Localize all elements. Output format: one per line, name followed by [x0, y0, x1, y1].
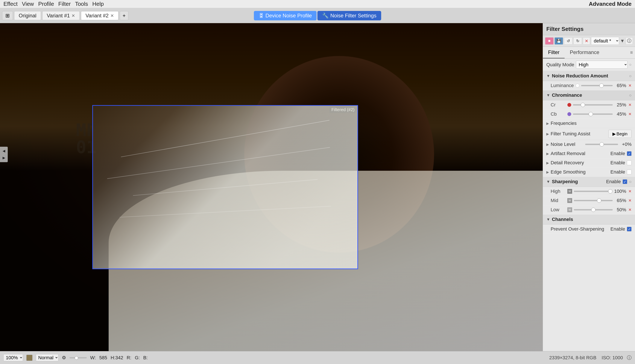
quality-circle-icon: ○ [629, 62, 631, 67]
artifact-removal-row: ▶ Artifact Removal Enable ✓ [543, 149, 635, 158]
artifact-removal-checkbox[interactable]: ✓ [627, 151, 631, 156]
prevent-oversharp-checkbox[interactable]: ✓ [627, 227, 631, 232]
menu-profile[interactable]: Profile [38, 1, 54, 7]
status-info-icon[interactable]: ⓘ [627, 355, 631, 360]
device-noise-profile-button[interactable]: 🎛 Device Noise Profile [254, 11, 317, 20]
zoom-select[interactable]: 100% [4, 354, 23, 361]
left-tool-collapse[interactable]: ▶ [1, 155, 7, 161]
close-panel-button[interactable]: ✕ [583, 37, 590, 44]
status-info: 2339×3274, 8-bit RGB ISO: 1000 ⓘ [549, 354, 631, 361]
panel-title: Filter Settings [546, 26, 583, 32]
sharpen-mid-slider[interactable] [574, 200, 613, 201]
edge-enable-label: Enable [610, 169, 625, 175]
detail-recovery-row: ▶ Detail Recovery Enable ✓ [543, 158, 635, 168]
tab-original[interactable]: Original [14, 11, 41, 20]
left-tool-expand[interactable]: ◀ [1, 148, 7, 154]
luminance-slider[interactable] [581, 85, 613, 86]
sharpen-low-label: Low [551, 207, 566, 212]
color-swatch [27, 355, 33, 361]
chrominance-section[interactable]: ▼ Chrominance ○ [543, 90, 635, 100]
sharpen-mid-row: Mid W 65% ✕ [543, 196, 635, 205]
sharpen-high-slider[interactable] [574, 191, 612, 192]
color-preset-button[interactable]: ■ [545, 37, 554, 44]
chrominance-title: Chrominance [552, 92, 629, 98]
undo-button[interactable]: ↺ [564, 37, 572, 44]
close-variant2-icon[interactable]: ✕ [110, 13, 114, 18]
g-label: G: [135, 355, 140, 360]
begin-label: Begin [616, 132, 627, 136]
frequencies-section[interactable]: ▶ Frequencies [543, 119, 635, 128]
menubar: Effect View Profile Filter Tools Help Ad… [0, 0, 635, 8]
cb-slider-thumb[interactable] [589, 112, 593, 116]
luminance-link-icon[interactable]: ✕ [628, 83, 631, 88]
filter-settings-panel: Filter Settings ■ 💾 ↺ ↻ ✕ default * ▼ ⓘ … [543, 23, 635, 351]
cr-slider[interactable] [573, 104, 613, 106]
cr-slider-thumb[interactable] [581, 103, 585, 107]
channels-section[interactable]: ▼ Channels [543, 214, 635, 224]
tab-variant2[interactable]: Variant #2 ✕ [81, 11, 119, 20]
sharpen-low-value: 50% [614, 207, 626, 212]
menu-filter[interactable]: Filter [58, 1, 71, 7]
noise-level-thumb[interactable] [599, 142, 604, 146]
noise-level-section[interactable]: ▶ Noise Level +0% [543, 140, 635, 149]
blend-mode-select[interactable]: Normal [36, 354, 58, 361]
cb-label: Cb [551, 111, 566, 117]
luminance-color-icon [575, 84, 579, 88]
sharpening-title: Sharpening [552, 179, 606, 184]
sharpen-high-thumb[interactable] [608, 189, 612, 194]
quality-mode-select[interactable]: High [576, 61, 628, 69]
edge-smoothing-checkbox[interactable]: ✓ [627, 170, 631, 174]
begin-button[interactable]: ▶ Begin [608, 130, 631, 138]
sharpen-low-thumb[interactable] [591, 208, 595, 212]
cb-slider[interactable] [573, 114, 613, 115]
luminance-slider-thumb[interactable] [599, 84, 604, 88]
cr-link-icon[interactable]: ✕ [628, 102, 631, 107]
preset-select[interactable]: default * [591, 37, 619, 45]
save-preset-button[interactable]: 💾 [554, 37, 563, 44]
blend-gear-icon[interactable]: ⚙ [62, 355, 66, 360]
detail-recovery-checkbox[interactable]: ✓ [627, 160, 631, 165]
sharpen-high-link-icon[interactable]: ✕ [628, 189, 631, 194]
frequencies-arrow-icon: ▶ [546, 122, 549, 126]
sharpening-section[interactable]: ▼ Sharpening Enable ✓ ○ [543, 177, 635, 187]
dimensions-label: 2339×3274, 8-bit RGB [549, 355, 596, 360]
tab-performance[interactable]: Performance [565, 47, 604, 58]
menu-help[interactable]: Help [92, 1, 104, 7]
sharpen-mid-thumb[interactable] [597, 198, 601, 203]
channels-arrow-icon: ▼ [546, 217, 550, 222]
panel-info-button[interactable]: ⓘ [625, 37, 633, 44]
tab-variant1[interactable]: Variant #1 ✕ [42, 11, 80, 20]
noise-reduction-arrow-icon: ▼ [546, 74, 550, 78]
cr-slider-row: Cr 25% ✕ [543, 100, 635, 110]
cb-link-icon[interactable]: ✕ [628, 112, 631, 116]
tab-filter[interactable]: Filter [543, 47, 565, 58]
sharpen-low-link-icon[interactable]: ✕ [628, 208, 631, 212]
sync-views-button[interactable]: ⊞ [2, 11, 13, 20]
panel-tab-menu-icon[interactable]: ≡ [630, 47, 635, 58]
sharpening-circle-icon: ○ [629, 179, 631, 184]
detail-recovery-arrow-icon: ▶ [546, 161, 549, 165]
close-variant1-icon[interactable]: ✕ [72, 13, 75, 18]
sharpen-high-icon: W [567, 189, 572, 194]
filter-tuning-section[interactable]: ▶ Filter Tuning Assist ▶ Begin [543, 128, 635, 140]
add-tab-button[interactable]: + [120, 11, 128, 20]
sharpen-high-row: High W 100% ✕ [543, 187, 635, 196]
menu-effect[interactable]: Effect [4, 1, 18, 7]
luminance-slider-row: Luminance 65% ✕ [543, 81, 635, 90]
canvas-area[interactable]: MP01 Filtered (#2) ◀ ▶ [0, 23, 543, 351]
noise-level-slider[interactable] [585, 144, 618, 145]
preset-dropdown-icon[interactable]: ▼ [620, 38, 625, 44]
width-label: W: [90, 355, 96, 360]
opacity-slider[interactable] [70, 357, 87, 358]
menu-tools[interactable]: Tools [75, 1, 88, 7]
settings-content: Quality Mode High ○ ▼ Noise Reduction Am… [543, 58, 635, 351]
sharpen-mid-value: 65% [614, 198, 626, 203]
redo-button[interactable]: ↻ [573, 37, 582, 44]
noise-filter-settings-button[interactable]: 🔧 Noise Filter Settings [317, 11, 381, 20]
sharpen-low-slider[interactable] [574, 209, 613, 210]
menu-view[interactable]: View [22, 1, 34, 7]
sharpen-mid-link-icon[interactable]: ✕ [628, 198, 631, 203]
noise-reduction-section[interactable]: ▼ Noise Reduction Amount ○ [543, 71, 635, 81]
begin-play-icon: ▶ [612, 131, 616, 136]
sharpening-checkbox[interactable]: ✓ [622, 179, 627, 184]
